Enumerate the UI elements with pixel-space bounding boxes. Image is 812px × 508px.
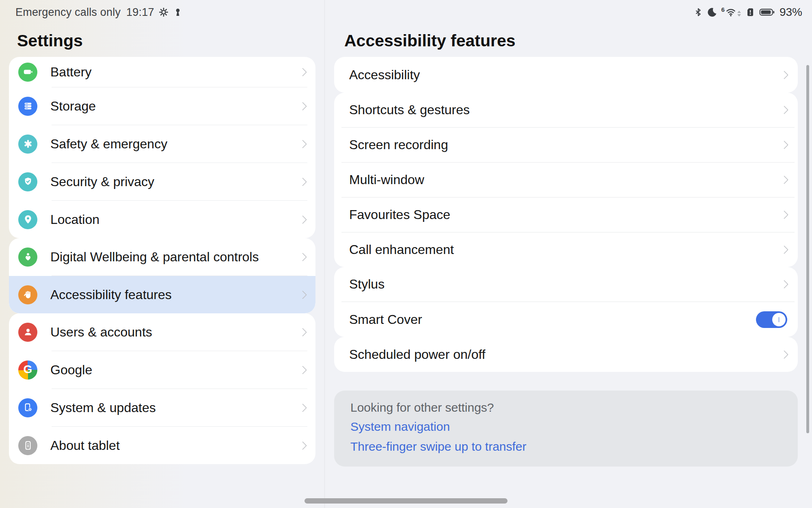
sim-alert-icon	[745, 7, 755, 17]
sidebar-item-label: About tablet	[50, 438, 120, 453]
list-item-label: Shortcuts & gestures	[349, 102, 470, 117]
battery-icon	[18, 63, 37, 82]
chevron-right-icon	[298, 403, 307, 412]
sidebar-item-label: Accessibility features	[50, 287, 172, 302]
page-title-accessibility-features: Accessibility features	[325, 24, 812, 57]
settings-pane: Settings Battery Storage	[0, 24, 324, 508]
sidebar-item-accessibility-features[interactable]: Accessibility features	[9, 276, 315, 313]
page-title-settings: Settings	[0, 24, 324, 57]
sidebar-item-label: Location	[50, 212, 99, 227]
status-time: 19:17	[126, 6, 154, 19]
wifi-icon	[725, 7, 736, 17]
do-not-disturb-moon-icon	[707, 7, 717, 17]
list-item-screen-recording[interactable]: Screen recording	[334, 128, 798, 162]
card-accessibility: Accessibility	[334, 57, 798, 93]
digital-wellbeing-icon	[18, 247, 37, 267]
sidebar-item-storage[interactable]: Storage	[9, 87, 315, 125]
gear-icon	[158, 7, 169, 17]
vertical-scrollbar[interactable]	[806, 65, 809, 433]
sidebar-item-label: Users & accounts	[50, 325, 152, 340]
settings-card-accounts: Users & accounts G Google System & updat…	[9, 313, 315, 464]
list-item-smart-cover[interactable]: Smart Cover	[334, 302, 798, 337]
chevron-right-icon	[298, 252, 307, 261]
status-bar-left: Emergency calls only 19:17	[15, 6, 183, 19]
chevron-right-icon	[780, 245, 788, 254]
list-item-scheduled-power[interactable]: Scheduled power on/off	[334, 337, 798, 372]
chevron-right-icon	[780, 280, 788, 289]
chevron-right-icon	[298, 177, 307, 186]
sidebar-item-label: Digital Wellbeing & parental controls	[50, 250, 259, 265]
list-item-label: Smart Cover	[349, 312, 422, 327]
status-bar[interactable]: Emergency calls only 19:17 6	[0, 0, 812, 24]
list-item-label: Call enhancement	[349, 242, 454, 257]
sidebar-item-label: Storage	[50, 99, 96, 114]
sidebar-item-digital-wellbeing[interactable]: Digital Wellbeing & parental controls	[9, 238, 315, 276]
list-item-label: Scheduled power on/off	[349, 347, 486, 362]
link-three-finger-swipe[interactable]: Three-finger swipe up to transfer	[350, 437, 527, 456]
sidebar-item-about-tablet[interactable]: About tablet	[9, 427, 315, 464]
about-tablet-icon	[18, 436, 37, 455]
sidebar-item-battery[interactable]: Battery	[9, 57, 315, 87]
wifi-group: 6	[721, 7, 741, 17]
chevron-right-icon	[298, 139, 307, 148]
chevron-right-icon	[298, 102, 307, 110]
sidebar-item-safety-emergency[interactable]: Safety & emergency	[9, 125, 315, 163]
keyhole-icon	[173, 7, 183, 17]
storage-icon	[18, 97, 37, 116]
chevron-right-icon	[298, 67, 307, 76]
list-item-label: Accessibility	[349, 67, 420, 82]
battery-percent-text: 93%	[780, 6, 802, 19]
settings-card-system: Battery Storage Safety & emergency	[9, 57, 315, 238]
settings-card-wellbeing: Digital Wellbeing & parental controls Ac…	[9, 238, 315, 313]
wifi-6-label: 6	[721, 6, 725, 13]
bluetooth-icon	[694, 7, 703, 17]
location-icon	[18, 210, 37, 229]
google-g-letter: G	[24, 364, 32, 375]
card-gestures: Shortcuts & gestures Screen recording Mu…	[334, 93, 798, 267]
safety-emergency-icon	[18, 135, 37, 154]
chevron-right-icon	[298, 328, 307, 336]
sidebar-item-google[interactable]: G Google	[9, 351, 315, 389]
toggle-knob-line	[778, 317, 780, 322]
toggle-knob	[772, 313, 786, 326]
chevron-right-icon	[298, 215, 307, 224]
list-item-call-enhancement[interactable]: Call enhancement	[334, 232, 798, 267]
other-settings-heading: Looking for other settings?	[350, 399, 782, 417]
chevron-right-icon	[298, 441, 307, 449]
list-item-label: Stylus	[349, 277, 384, 292]
horizontal-scroll-indicator[interactable]	[304, 498, 508, 504]
sidebar-item-label: Battery	[50, 65, 91, 80]
card-scheduled-power: Scheduled power on/off	[334, 337, 798, 372]
screen: Emergency calls only 19:17 6	[0, 0, 812, 508]
chevron-right-icon	[780, 176, 788, 184]
security-privacy-icon	[18, 172, 37, 191]
list-item-favourites-space[interactable]: Favourites Space	[334, 198, 798, 232]
sidebar-item-system-updates[interactable]: System & updates	[9, 389, 315, 426]
list-item-multi-window[interactable]: Multi-window	[334, 163, 798, 197]
chevron-right-icon	[298, 290, 307, 299]
network-activity-arrows-icon	[737, 10, 741, 17]
list-item-accessibility[interactable]: Accessibility	[334, 57, 798, 93]
chevron-right-icon	[780, 106, 788, 114]
network-status-text: Emergency calls only	[15, 6, 121, 19]
accessibility-hand-icon	[18, 285, 37, 304]
list-item-label: Screen recording	[349, 137, 448, 152]
list-item-stylus[interactable]: Stylus	[334, 267, 798, 302]
smart-cover-toggle[interactable]	[756, 311, 787, 328]
other-settings-box: Looking for other settings? System navig…	[334, 391, 798, 467]
sidebar-item-security-privacy[interactable]: Security & privacy	[9, 163, 315, 200]
link-system-navigation[interactable]: System navigation	[350, 417, 450, 436]
status-bar-right: 6 93%	[694, 6, 802, 19]
sidebar-item-label: Security & privacy	[50, 174, 154, 189]
card-stylus-cover: Stylus Smart Cover	[334, 267, 798, 337]
sidebar-item-location[interactable]: Location	[9, 201, 315, 238]
chevron-right-icon	[780, 70, 788, 79]
sidebar-item-label: Safety & emergency	[50, 137, 167, 152]
chevron-right-icon	[298, 365, 307, 374]
sidebar-item-users-accounts[interactable]: Users & accounts	[9, 313, 315, 351]
list-item-label: Multi-window	[349, 172, 424, 187]
list-item-shortcuts-gestures[interactable]: Shortcuts & gestures	[334, 93, 798, 127]
list-item-label: Favourites Space	[349, 207, 450, 222]
battery-status-icon	[759, 7, 775, 17]
system-updates-icon	[18, 398, 37, 417]
